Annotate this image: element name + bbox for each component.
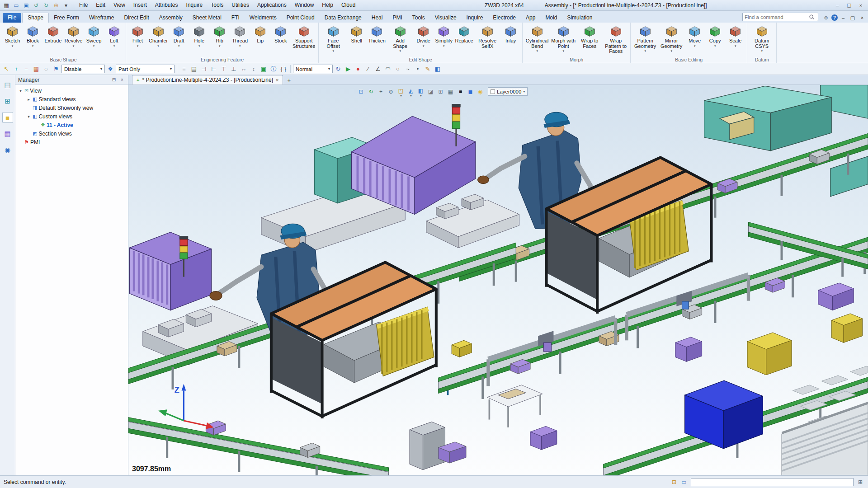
panel-user-icon[interactable]: ◉ [2, 145, 13, 155]
replace-button[interactable]: Replace [454, 24, 474, 44]
play-icon[interactable]: ▶ [344, 65, 353, 74]
extrude-button[interactable]: Extrude [43, 24, 63, 44]
scale-button[interactable]: Scale [725, 24, 745, 48]
maximize-button[interactable]: ▢ [844, 1, 854, 9]
tab-direct-edit[interactable]: Direct Edit [119, 13, 154, 23]
polyline-tool-icon[interactable]: ∠ [373, 65, 382, 74]
divide-button[interactable]: Divide [413, 24, 434, 48]
copy-button[interactable]: Copy [705, 24, 725, 48]
pan-view-icon[interactable]: + [377, 88, 385, 96]
shell-button[interactable]: Shell [346, 24, 367, 44]
panel-render-icon[interactable]: ▦ [2, 128, 13, 139]
select-cursor-icon[interactable]: ↖ [2, 65, 11, 74]
manager-dock-icon[interactable]: ⊟ [111, 77, 117, 83]
doc-close-button[interactable]: × [858, 14, 866, 21]
tab-inquire[interactable]: Inquire [462, 13, 488, 23]
tab-free-form[interactable]: Free Form [49, 13, 84, 23]
print-icon[interactable]: ▤ [189, 65, 198, 74]
undo-icon[interactable]: ↺ [32, 1, 41, 9]
zoom-view-icon[interactable]: ⊕ [387, 88, 395, 96]
menu-item[interactable]: Tools [207, 0, 227, 10]
inlay-button[interactable]: Inlay [500, 24, 521, 44]
panel-manager-icon[interactable]: ▤ [2, 80, 13, 90]
menu-item[interactable]: Cloud [337, 0, 359, 10]
tree-item-view[interactable]: ▾ ⊡ View [15, 86, 128, 95]
display-monitor-icon[interactable]: ▭ [680, 478, 688, 486]
tab-pmi[interactable]: PMI [387, 13, 407, 23]
pick-table-icon[interactable]: ▦ [32, 65, 41, 74]
tab-assembly[interactable]: Assembly [154, 13, 188, 23]
menu-item[interactable]: Window [291, 0, 318, 10]
move-button[interactable]: Move [684, 24, 705, 48]
close-button[interactable]: × [855, 1, 866, 9]
loft-button[interactable]: Loft [104, 24, 124, 48]
menu-item[interactable]: File [75, 0, 92, 10]
tree-item-section-views[interactable]: ◩ Section views [15, 129, 128, 138]
hole-button[interactable]: Hole [189, 24, 209, 48]
align-bottom-icon[interactable]: ⊥ [229, 65, 238, 74]
align-left-icon[interactable]: ⊣ [199, 65, 208, 74]
orient-view-icon[interactable]: ◭ [406, 88, 415, 96]
stock-button[interactable]: Stock [270, 24, 291, 44]
pattern-geometry-button[interactable]: Pattern Geometry [632, 24, 658, 53]
menu-item[interactable]: Applications [253, 0, 291, 10]
tab-point-cloud[interactable]: Point Cloud [282, 13, 320, 23]
point-tool-icon[interactable]: • [413, 65, 422, 74]
tree-item-pmi[interactable]: ⚑ PMI [15, 138, 128, 146]
background-icon[interactable]: ■ [456, 88, 465, 96]
tab-wireframe[interactable]: Wireframe [84, 13, 119, 23]
distribute-vertical-icon[interactable]: ↕ [249, 65, 258, 74]
list-view-icon[interactable]: ≡ [179, 65, 189, 74]
orbit-icon[interactable]: ↻ [334, 65, 343, 74]
refit-view-icon[interactable]: ⊡ [357, 88, 365, 96]
datum-csys-button[interactable]: Datum CSYS [749, 24, 775, 53]
align-right-icon[interactable]: ⊢ [209, 65, 218, 74]
resolve-selfx-button[interactable]: Resolve SelfX [474, 24, 500, 49]
line-tool-icon[interactable]: ∕ [363, 65, 373, 74]
info-icon[interactable]: ⓘ [269, 65, 278, 74]
help-icon[interactable]: ? [831, 14, 838, 21]
tab-data-exchange[interactable]: Data Exchange [320, 13, 367, 23]
tree-item-default-showonly-view[interactable]: ◨ Default Showonly view [15, 103, 128, 112]
search-input[interactable] [743, 14, 809, 20]
doc-restore-button[interactable]: ▢ [849, 14, 857, 21]
light-icon[interactable]: ◉ [476, 88, 485, 96]
menu-item[interactable]: View [109, 0, 129, 10]
add-to-selection-icon[interactable]: + [12, 65, 21, 74]
tab-heal[interactable]: Heal [367, 13, 388, 23]
simplify-button[interactable]: Simplify [434, 24, 454, 48]
menu-item[interactable]: Help [318, 0, 337, 10]
paste-special-icon[interactable]: ▣ [259, 65, 268, 74]
app-logo[interactable]: ▦ [2, 1, 11, 9]
minimize-button[interactable]: – [832, 1, 843, 9]
menu-item[interactable]: Insert [129, 0, 151, 10]
cells-icon[interactable]: ⊞ [856, 478, 864, 486]
wrap-to-faces-button[interactable]: Wrap to Faces [576, 24, 603, 49]
paint-icon[interactable]: ✎ [423, 65, 432, 74]
viewport-canvas[interactable]: Z ⊡↻+⊕◳◭◧◪⊞▦■◼◉ Layer0000 3097.85mm [128, 85, 868, 475]
remove-from-selection-icon[interactable]: − [22, 65, 31, 74]
tab-shape[interactable]: Shape [22, 13, 49, 23]
thicken-button[interactable]: Thicken [367, 24, 387, 44]
redo-icon[interactable]: ↻ [42, 1, 51, 9]
tab-app[interactable]: App [521, 13, 540, 23]
pick-scope-icon[interactable]: ❖ [106, 65, 115, 74]
circle-tool-icon[interactable]: ○ [393, 65, 402, 74]
tab-fti[interactable]: FTI [226, 13, 245, 23]
regen-icon[interactable]: ↻ [367, 88, 375, 96]
cylindrical-bend-button[interactable]: Cylindrical Bend [524, 24, 550, 53]
view-cube-icon[interactable]: ◳ [396, 88, 405, 96]
section-view-icon[interactable]: ◪ [426, 88, 435, 96]
web-icon[interactable]: ⊛ [822, 14, 830, 21]
spline-tool-icon[interactable]: ~ [403, 65, 412, 74]
chamfer-button[interactable]: Chamfer [148, 24, 169, 48]
record-icon[interactable]: ● [354, 65, 363, 74]
menu-item[interactable]: Utilities [227, 0, 253, 10]
tab-simulation[interactable]: Simulation [562, 13, 597, 23]
shade-mode-icon[interactable]: ◧ [416, 88, 425, 96]
revolve-button[interactable]: Revolve [63, 24, 84, 48]
doc-minimize-button[interactable]: – [839, 14, 847, 21]
sweep-button[interactable]: Sweep [84, 24, 104, 48]
face-offset-button[interactable]: Face Offset [320, 24, 346, 53]
csys-display-icon[interactable]: ⊞ [436, 88, 445, 96]
